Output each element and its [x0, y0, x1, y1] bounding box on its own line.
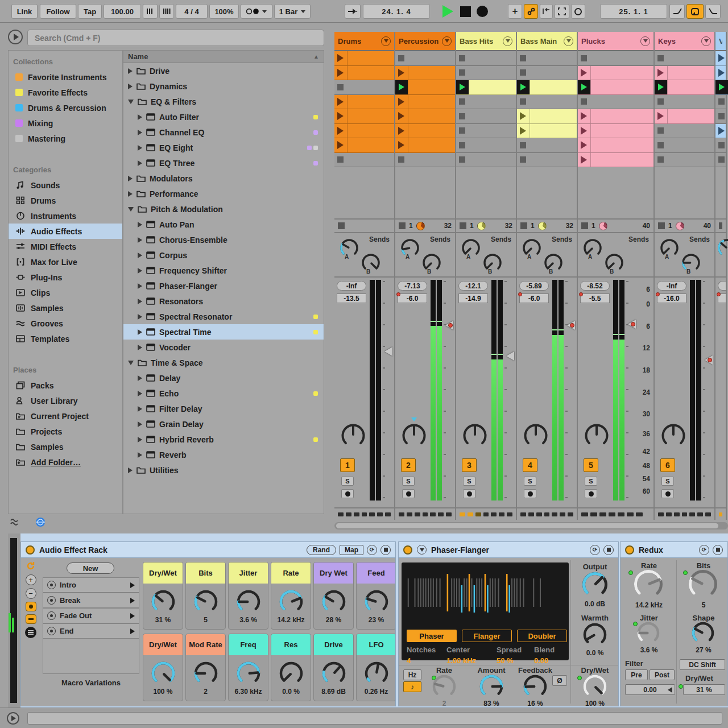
sidebar-item-clips[interactable]: Clips: [9, 285, 122, 300]
clip-play-icon[interactable]: [337, 69, 344, 77]
rate-hz-button[interactable]: Hz: [403, 669, 421, 680]
rack-randomize-button[interactable]: Rand: [307, 545, 336, 555]
clip-slot[interactable]: [395, 109, 455, 124]
add-variation-button[interactable]: +: [26, 574, 36, 585]
arm-button[interactable]: [402, 489, 415, 498]
preview-wave-icon[interactable]: [10, 517, 25, 530]
solo-button[interactable]: S: [524, 477, 536, 486]
re-enable-automation-button[interactable]: [540, 4, 553, 19]
macro-knob[interactable]: [150, 660, 176, 689]
time-signature-field[interactable]: 4 / 4: [176, 4, 208, 19]
macro-knob[interactable]: [193, 589, 219, 617]
volume-field[interactable]: -14.9: [458, 293, 488, 303]
rate-value[interactable]: 14.2 kHz: [625, 601, 673, 609]
save-preset-icon[interactable]: [603, 545, 614, 555]
clip-slot[interactable]: [655, 109, 714, 124]
peak-level-display[interactable]: -5.89: [519, 281, 549, 291]
drywet-value[interactable]: 31 %: [683, 684, 725, 695]
send-a-knob[interactable]: [339, 238, 359, 260]
clip-slot-empty[interactable]: [715, 109, 726, 124]
arrangement-position-field[interactable]: 24. 1. 4: [363, 4, 430, 19]
output-knob[interactable]: [581, 570, 609, 601]
clip-slot-empty[interactable]: [395, 153, 455, 168]
sidebar-item-grooves[interactable]: Grooves: [9, 316, 122, 331]
clip-slot[interactable]: [334, 124, 394, 139]
chain-list-button[interactable]: [25, 627, 36, 638]
nudge-down-button[interactable]: [143, 4, 158, 19]
clip-play-icon[interactable]: [337, 127, 344, 135]
clip-play-icon[interactable]: [718, 54, 725, 62]
session-horizontal-scrollbar[interactable]: [334, 522, 728, 530]
macro-knob[interactable]: [321, 589, 347, 617]
clip-play-icon[interactable]: [581, 112, 587, 120]
send-a-knob[interactable]: [522, 238, 542, 260]
save-preset-icon[interactable]: [380, 545, 391, 555]
clip-slot-empty[interactable]: [715, 95, 726, 110]
param-value[interactable]: 1.00 kHz: [446, 656, 497, 665]
macro-control-freq[interactable]: Freq6.30 kHz: [228, 634, 268, 701]
tree-item-spectral-resonator[interactable]: Spectral Resonator: [123, 309, 324, 324]
variation-row-fade-out[interactable]: Fade Out: [43, 608, 139, 623]
clip-play-icon[interactable]: [398, 141, 404, 149]
track-activator-button[interactable]: 1: [340, 458, 355, 472]
expand-icon[interactable]: [138, 329, 142, 335]
clip-launch-button[interactable]: [456, 80, 469, 94]
punch-out-button[interactable]: [705, 4, 721, 19]
track-header[interactable]: Keys: [655, 32, 714, 51]
clip-slot-empty[interactable]: [578, 95, 653, 110]
automation-arm-button[interactable]: [524, 4, 538, 19]
send-b-knob[interactable]: [421, 253, 442, 275]
macro-control-dry-wet[interactable]: Dry/Wet31 %: [143, 562, 183, 630]
macro-control-lfo[interactable]: LFO0.26 Hz: [356, 634, 396, 701]
clip-play-icon[interactable]: [520, 127, 526, 135]
sidebar-item-packs[interactable]: Packs: [9, 378, 122, 393]
clip-slot[interactable]: [395, 138, 455, 153]
filter-pre-button[interactable]: Pre: [625, 669, 648, 680]
clip-slot-playing[interactable]: [456, 80, 516, 95]
clip-play-icon[interactable]: [398, 69, 404, 77]
network-status-icon[interactable]: [35, 517, 46, 530]
expand-icon[interactable]: [138, 421, 142, 427]
new-midi-track-button[interactable]: +: [508, 4, 522, 19]
send-a-knob[interactable]: [582, 238, 603, 260]
tree-item-echo[interactable]: Echo: [123, 386, 324, 401]
expand-icon[interactable]: [138, 283, 142, 289]
amount-value[interactable]: 83 %: [471, 700, 511, 706]
clip-play-icon[interactable]: [657, 69, 664, 77]
expand-icon[interactable]: [138, 345, 142, 350]
expand-icon[interactable]: [138, 114, 142, 120]
stop-clips-button[interactable]: [399, 222, 406, 229]
clip-slot-empty[interactable]: [334, 80, 394, 95]
clip-slot[interactable]: [334, 95, 394, 110]
param-value[interactable]: 0.00: [534, 656, 566, 665]
sidebar-item-favorite-instruments[interactable]: Favorite Instruments: [9, 69, 122, 85]
sidebar-item-user-library[interactable]: User Library: [9, 393, 122, 408]
loop-button[interactable]: [686, 4, 704, 19]
track-activator-button[interactable]: 3: [462, 458, 477, 472]
tree-item-chorus-ensemble[interactable]: Chorus-Ensemble: [123, 232, 324, 247]
sidebar-item-mastering[interactable]: Mastering: [9, 131, 122, 146]
solo-button[interactable]: S: [585, 477, 597, 486]
expand-icon[interactable]: [138, 314, 142, 320]
clip-slot[interactable]: [715, 66, 726, 81]
clip-slot-playing[interactable]: [655, 80, 714, 95]
macro-knob[interactable]: [235, 660, 262, 689]
clip-slot-playing[interactable]: [517, 80, 577, 95]
clip-slot[interactable]: [334, 51, 394, 66]
clip-slot[interactable]: [395, 66, 455, 81]
hot-swap-icon[interactable]: ⟳: [367, 545, 377, 555]
tree-column-header[interactable]: Name ▲: [123, 51, 324, 63]
sidebar-item-samples[interactable]: Samples: [9, 439, 122, 454]
macro-knob[interactable]: [235, 589, 262, 617]
volume-fader[interactable]: [567, 321, 575, 330]
macro-control-mod-rate[interactable]: Mod Rate2: [185, 634, 226, 701]
clip-slot[interactable]: [395, 95, 455, 110]
output-value[interactable]: 0.0 dB: [573, 600, 617, 608]
clip-slot-empty[interactable]: [715, 153, 726, 168]
feedback-value[interactable]: 16 %: [512, 700, 558, 706]
arm-button[interactable]: [585, 489, 597, 498]
device-on-button[interactable]: [625, 545, 634, 555]
clip-slot-empty[interactable]: [334, 153, 394, 168]
bits-value[interactable]: 5: [680, 601, 727, 609]
arm-button[interactable]: [661, 489, 674, 498]
